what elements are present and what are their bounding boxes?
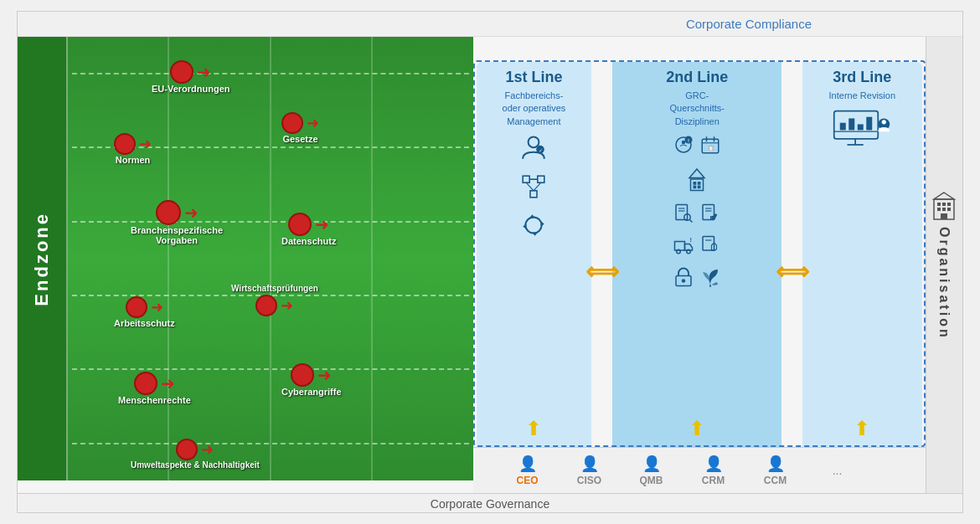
svg-rect-36 bbox=[675, 242, 685, 251]
svg-rect-60 bbox=[942, 208, 946, 211]
field-main-area: ➜ EU-Verordnungen ➜ Normen ➜ bbox=[68, 37, 473, 480]
svg-rect-4 bbox=[538, 176, 544, 182]
svg-text:!: ! bbox=[690, 236, 693, 244]
organisation-stripe: Organisation bbox=[926, 37, 962, 493]
ciso-label: CISO bbox=[577, 475, 601, 486]
svg-text:!: ! bbox=[688, 138, 689, 143]
ceo-label: CEO bbox=[517, 475, 539, 486]
compliance-three-lines: 1st Line Fachbereichs-oder operativesMan… bbox=[473, 37, 926, 493]
svg-text:📋: 📋 bbox=[708, 145, 714, 152]
second-line-column: 2nd Line GRC-Querschnitts-Disziplinen bbox=[612, 62, 781, 447]
svg-text:✓: ✓ bbox=[539, 147, 543, 153]
corporate-compliance-label: Corporate Compliance bbox=[686, 17, 812, 31]
third-line-header: 3rd Line bbox=[833, 69, 891, 86]
svg-rect-57 bbox=[942, 203, 946, 206]
icon-row-2-top: ! 📋 bbox=[617, 135, 776, 155]
monitoring-icon bbox=[833, 109, 891, 151]
second-line-icons: ! 📋 bbox=[617, 135, 776, 410]
svg-rect-47 bbox=[840, 123, 846, 131]
corporate-governance-label-text: Corporate Governance bbox=[431, 497, 549, 511]
arrow-2-3: ⟺ bbox=[776, 95, 809, 447]
dots-label: ... bbox=[833, 464, 843, 477]
role-crm: 👤 CRM bbox=[684, 455, 743, 486]
svg-rect-48 bbox=[849, 119, 855, 131]
calendar-icon: 📋 bbox=[700, 135, 720, 155]
icon-row-person: ✓ bbox=[482, 135, 587, 162]
svg-rect-22 bbox=[691, 179, 704, 191]
process-icon bbox=[520, 173, 547, 200]
esg-plant-icon bbox=[700, 267, 720, 287]
doc-sign-icon bbox=[700, 203, 720, 223]
field-item-normen: ➜ Normen bbox=[114, 133, 152, 165]
svg-rect-59 bbox=[937, 208, 941, 211]
svg-rect-26 bbox=[698, 186, 701, 189]
endzone-stripe: Endzone bbox=[18, 37, 68, 480]
svg-marker-10 bbox=[541, 221, 544, 226]
organisation-label: Organisation bbox=[936, 227, 952, 340]
crm-person-icon: 👤 bbox=[704, 455, 723, 473]
qmb-person-icon: 👤 bbox=[642, 455, 661, 473]
doc-search-icon bbox=[673, 203, 694, 223]
svg-line-32 bbox=[690, 220, 693, 223]
crm-label: CRM bbox=[702, 475, 725, 486]
field-item-eu-verordnungen: ➜ EU-Verordnungen bbox=[152, 60, 230, 94]
cycle-icon bbox=[520, 212, 547, 239]
svg-rect-28 bbox=[676, 205, 688, 220]
ciso-icon: 👤 bbox=[580, 455, 599, 473]
svg-marker-12 bbox=[524, 224, 527, 229]
doc-shield-icon bbox=[700, 235, 720, 255]
first-line-header: 1st Line bbox=[505, 69, 562, 86]
ccm-person-icon: 👤 bbox=[766, 455, 785, 473]
field-item-arbeitsschutz: ➜ Arbeitsschutz bbox=[114, 296, 175, 328]
svg-marker-9 bbox=[530, 214, 535, 218]
third-line-icons bbox=[807, 109, 916, 410]
org-inner: Organisation bbox=[931, 191, 957, 340]
svg-rect-62 bbox=[941, 213, 947, 219]
role-dots: ... bbox=[808, 464, 867, 477]
arrow-1-2: ⟺ bbox=[585, 95, 619, 447]
third-line-subtext: Interne Revision bbox=[829, 90, 896, 102]
svg-point-43 bbox=[682, 279, 686, 283]
svg-rect-58 bbox=[947, 203, 951, 206]
svg-marker-11 bbox=[533, 233, 538, 236]
role-ccm: 👤 CCM bbox=[746, 455, 805, 486]
svg-rect-50 bbox=[867, 117, 873, 131]
field-item-gesetze: ➜ Gesetze bbox=[281, 112, 319, 144]
governance-icon bbox=[684, 167, 709, 192]
person-icon: ✓ bbox=[520, 135, 547, 162]
field-item-menschenrechte: ➜ Menschenrechte bbox=[118, 372, 191, 405]
corporate-governance-footer: Corporate Governance bbox=[18, 493, 962, 512]
svg-line-7 bbox=[534, 182, 541, 191]
role-qmb: 👤 QMB bbox=[622, 455, 681, 486]
main-container: Corporate Compliance Endzone bbox=[17, 11, 963, 513]
svg-rect-25 bbox=[694, 186, 697, 189]
first-line-subtext: Fachbereichs-oder operativesManagement bbox=[503, 90, 566, 128]
second-line-up-arrow: ⬆ bbox=[689, 417, 705, 440]
second-line-header: 2nd Line bbox=[666, 69, 728, 86]
icon-row-cycle bbox=[482, 212, 587, 239]
svg-point-0 bbox=[529, 137, 539, 148]
svg-rect-24 bbox=[698, 182, 701, 185]
role-ciso: 👤 CISO bbox=[560, 455, 619, 486]
settings-alert-icon: ! bbox=[673, 135, 694, 155]
svg-point-37 bbox=[677, 249, 681, 254]
main-content-area: Endzone bbox=[18, 37, 962, 493]
delivery-icon: ! bbox=[673, 235, 694, 255]
third-line-column: 3rd Line Interne Revision bbox=[802, 62, 921, 447]
endzone-label: Endzone bbox=[31, 212, 53, 306]
roles-row: 👤 CEO 👤 CISO 👤 QMB 👤 bbox=[473, 447, 926, 493]
second-line-subtext: GRC-Querschnitts-Disziplinen bbox=[670, 90, 725, 128]
qmb-label: QMB bbox=[640, 475, 663, 486]
svg-point-38 bbox=[687, 249, 691, 254]
field-item-datenschutz: ➜ Datenschutz bbox=[281, 213, 336, 246]
svg-rect-56 bbox=[937, 203, 941, 206]
svg-rect-3 bbox=[524, 176, 530, 182]
ccm-label: CCM bbox=[764, 475, 787, 486]
svg-point-54 bbox=[882, 121, 886, 125]
icon-row-process bbox=[482, 173, 587, 200]
icon-row-2-building bbox=[617, 167, 776, 192]
role-ceo: 👤 CEO bbox=[498, 455, 557, 486]
first-line-column: 1st Line Fachbereichs-oder operativesMan… bbox=[477, 62, 592, 447]
third-line-up-arrow: ⬆ bbox=[854, 410, 870, 440]
svg-point-14 bbox=[682, 141, 686, 145]
